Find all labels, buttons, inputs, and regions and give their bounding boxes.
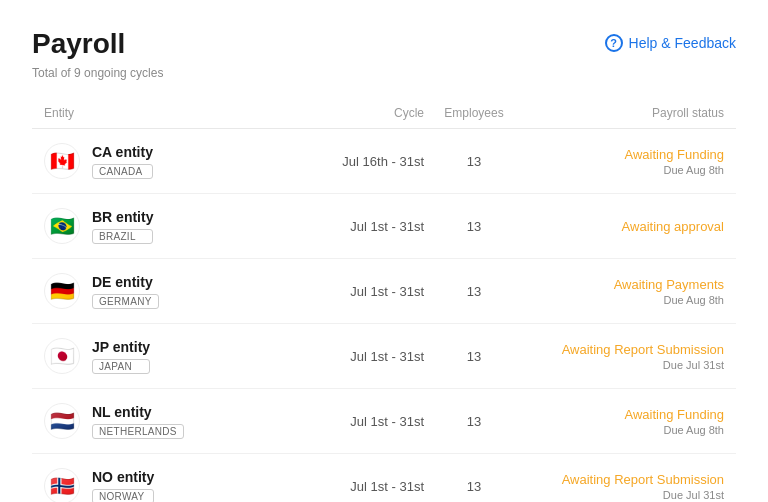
status-value: Awaiting Report Submission Due Jul 31st xyxy=(524,472,724,501)
header-status: Payroll status xyxy=(524,106,724,120)
status-primary: Awaiting approval xyxy=(524,219,724,234)
cycle-value: Jul 1st - 31st xyxy=(284,284,424,299)
header-entity: Entity xyxy=(44,106,284,120)
page-title: Payroll xyxy=(32,28,125,60)
employees-value: 13 xyxy=(424,219,524,234)
help-feedback-button[interactable]: ? Help & Feedback xyxy=(605,34,736,52)
entity-cell: 🇳🇱 NL entity NETHERLANDS xyxy=(44,403,284,439)
flag-icon: 🇳🇴 xyxy=(44,468,80,502)
status-value: Awaiting Payments Due Aug 8th xyxy=(524,277,724,306)
flag-icon: 🇧🇷 xyxy=(44,208,80,244)
table-header: Entity Cycle Employees Payroll status xyxy=(32,98,736,129)
entity-name: NL entity xyxy=(92,404,184,420)
country-tag: GERMANY xyxy=(92,294,159,309)
subtitle: Total of 9 ongoing cycles xyxy=(32,66,736,80)
entity-info: CA entity CANADA xyxy=(92,144,153,179)
status-secondary: Due Aug 8th xyxy=(524,294,724,306)
entity-cell: 🇳🇴 NO entity NORWAY xyxy=(44,468,284,502)
status-primary: Awaiting Report Submission xyxy=(524,472,724,487)
entity-info: JP entity JAPAN xyxy=(92,339,150,374)
entity-name: JP entity xyxy=(92,339,150,355)
employees-value: 13 xyxy=(424,479,524,494)
country-tag: NETHERLANDS xyxy=(92,424,184,439)
table-row[interactable]: 🇳🇱 NL entity NETHERLANDS Jul 1st - 31st … xyxy=(32,389,736,454)
employees-value: 13 xyxy=(424,284,524,299)
status-primary: Awaiting Payments xyxy=(524,277,724,292)
entity-info: NO entity NORWAY xyxy=(92,469,154,503)
entity-info: NL entity NETHERLANDS xyxy=(92,404,184,439)
cycle-value: Jul 1st - 31st xyxy=(284,219,424,234)
table-row[interactable]: 🇯🇵 JP entity JAPAN Jul 1st - 31st 13 Awa… xyxy=(32,324,736,389)
status-value: Awaiting approval xyxy=(524,219,724,234)
status-secondary: Due Aug 8th xyxy=(524,424,724,436)
status-value: Awaiting Funding Due Aug 8th xyxy=(524,147,724,176)
flag-icon: 🇩🇪 xyxy=(44,273,80,309)
status-primary: Awaiting Report Submission xyxy=(524,342,724,357)
country-tag: BRAZIL xyxy=(92,229,153,244)
entity-info: BR entity BRAZIL xyxy=(92,209,153,244)
cycle-value: Jul 1st - 31st xyxy=(284,479,424,494)
cycle-value: Jul 16th - 31st xyxy=(284,154,424,169)
entity-cell: 🇨🇦 CA entity CANADA xyxy=(44,143,284,179)
table-row[interactable]: 🇩🇪 DE entity GERMANY Jul 1st - 31st 13 A… xyxy=(32,259,736,324)
employees-value: 13 xyxy=(424,154,524,169)
entity-info: DE entity GERMANY xyxy=(92,274,159,309)
status-value: Awaiting Funding Due Aug 8th xyxy=(524,407,724,436)
entity-name: CA entity xyxy=(92,144,153,160)
help-icon: ? xyxy=(605,34,623,52)
entity-name: DE entity xyxy=(92,274,159,290)
flag-icon: 🇳🇱 xyxy=(44,403,80,439)
entity-name: NO entity xyxy=(92,469,154,485)
payroll-table: Entity Cycle Employees Payroll status 🇨🇦… xyxy=(32,98,736,502)
status-secondary: Due Aug 8th xyxy=(524,164,724,176)
table-row[interactable]: 🇧🇷 BR entity BRAZIL Jul 1st - 31st 13 Aw… xyxy=(32,194,736,259)
status-primary: Awaiting Funding xyxy=(524,407,724,422)
status-value: Awaiting Report Submission Due Jul 31st xyxy=(524,342,724,371)
flag-icon: 🇯🇵 xyxy=(44,338,80,374)
entity-name: BR entity xyxy=(92,209,153,225)
flag-icon: 🇨🇦 xyxy=(44,143,80,179)
entity-cell: 🇩🇪 DE entity GERMANY xyxy=(44,273,284,309)
header-cycle: Cycle xyxy=(284,106,424,120)
country-tag: NORWAY xyxy=(92,489,154,503)
country-tag: CANADA xyxy=(92,164,153,179)
status-secondary: Due Jul 31st xyxy=(524,489,724,501)
header-employees: Employees xyxy=(424,106,524,120)
status-primary: Awaiting Funding xyxy=(524,147,724,162)
country-tag: JAPAN xyxy=(92,359,150,374)
employees-value: 13 xyxy=(424,349,524,364)
table-row[interactable]: 🇳🇴 NO entity NORWAY Jul 1st - 31st 13 Aw… xyxy=(32,454,736,502)
table-row[interactable]: 🇨🇦 CA entity CANADA Jul 16th - 31st 13 A… xyxy=(32,129,736,194)
help-feedback-label: Help & Feedback xyxy=(629,35,736,51)
employees-value: 13 xyxy=(424,414,524,429)
page-header: Payroll ? Help & Feedback xyxy=(32,28,736,60)
table-body: 🇨🇦 CA entity CANADA Jul 16th - 31st 13 A… xyxy=(32,129,736,502)
cycle-value: Jul 1st - 31st xyxy=(284,349,424,364)
status-secondary: Due Jul 31st xyxy=(524,359,724,371)
entity-cell: 🇯🇵 JP entity JAPAN xyxy=(44,338,284,374)
cycle-value: Jul 1st - 31st xyxy=(284,414,424,429)
entity-cell: 🇧🇷 BR entity BRAZIL xyxy=(44,208,284,244)
